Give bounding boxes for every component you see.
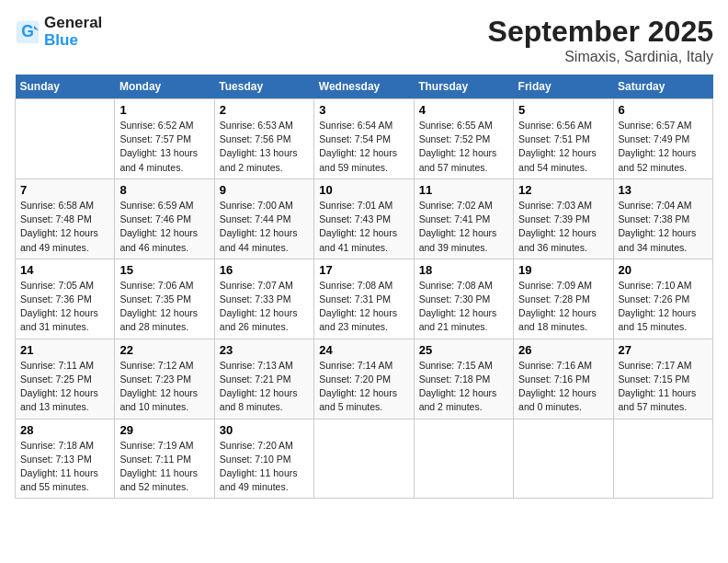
- day-number: 23: [220, 343, 309, 357]
- calendar-week-row: 21Sunrise: 7:11 AMSunset: 7:25 PMDayligh…: [16, 339, 713, 419]
- calendar-cell: [414, 419, 513, 499]
- day-info: Sunrise: 6:57 AMSunset: 7:49 PMDaylight:…: [619, 119, 708, 175]
- day-number: 1: [119, 103, 209, 117]
- day-number: 30: [220, 423, 309, 437]
- calendar-cell: [314, 419, 414, 499]
- day-info: Sunrise: 7:03 AMSunset: 7:39 PMDaylight:…: [518, 199, 608, 255]
- day-number: 14: [20, 263, 109, 277]
- calendar-week-row: 28Sunrise: 7:18 AMSunset: 7:13 PMDayligh…: [16, 419, 713, 499]
- day-number: 10: [319, 183, 408, 197]
- calendar-cell: 30Sunrise: 7:20 AMSunset: 7:10 PMDayligh…: [214, 419, 313, 499]
- day-info: Sunrise: 7:08 AMSunset: 7:30 PMDaylight:…: [419, 279, 508, 335]
- location: Simaxis, Sardinia, Italy: [488, 49, 713, 65]
- day-info: Sunrise: 7:10 AMSunset: 7:26 PMDaylight:…: [619, 279, 708, 335]
- calendar-cell: 16Sunrise: 7:07 AMSunset: 7:33 PMDayligh…: [214, 259, 313, 339]
- day-info: Sunrise: 7:17 AMSunset: 7:15 PMDaylight:…: [619, 359, 708, 415]
- calendar-cell: 19Sunrise: 7:09 AMSunset: 7:28 PMDayligh…: [514, 259, 613, 339]
- day-number: 28: [20, 423, 109, 437]
- calendar-cell: 29Sunrise: 7:19 AMSunset: 7:11 PMDayligh…: [115, 419, 214, 499]
- day-info: Sunrise: 7:14 AMSunset: 7:20 PMDaylight:…: [319, 359, 408, 415]
- weekday-header: Friday: [514, 75, 613, 99]
- calendar-cell: 8Sunrise: 6:59 AMSunset: 7:46 PMDaylight…: [115, 178, 214, 259]
- day-number: 4: [419, 103, 508, 117]
- svg-text:G: G: [21, 22, 34, 40]
- month-title: September 2025: [488, 15, 713, 49]
- day-number: 2: [220, 103, 309, 117]
- day-info: Sunrise: 7:09 AMSunset: 7:28 PMDaylight:…: [518, 279, 608, 335]
- calendar-week-row: 14Sunrise: 7:05 AMSunset: 7:36 PMDayligh…: [16, 259, 713, 339]
- day-info: Sunrise: 7:20 AMSunset: 7:10 PMDaylight:…: [220, 439, 309, 495]
- weekday-header: Wednesday: [314, 75, 414, 99]
- day-info: Sunrise: 7:05 AMSunset: 7:36 PMDaylight:…: [20, 279, 109, 335]
- day-number: 17: [319, 263, 408, 277]
- weekday-header: Saturday: [613, 75, 712, 99]
- title-block: September 2025 Simaxis, Sardinia, Italy: [488, 15, 713, 65]
- day-number: 27: [619, 343, 708, 357]
- page-header: G General Blue September 2025 Simaxis, S…: [15, 15, 713, 65]
- day-number: 24: [319, 343, 408, 357]
- calendar-cell: [613, 419, 712, 499]
- day-info: Sunrise: 6:53 AMSunset: 7:56 PMDaylight:…: [220, 119, 309, 175]
- calendar-table: SundayMondayTuesdayWednesdayThursdayFrid…: [15, 75, 713, 499]
- day-info: Sunrise: 6:59 AMSunset: 7:46 PMDaylight:…: [119, 199, 209, 255]
- calendar-cell: 3Sunrise: 6:54 AMSunset: 7:54 PMDaylight…: [314, 99, 414, 179]
- calendar-cell: 9Sunrise: 7:00 AMSunset: 7:44 PMDaylight…: [214, 178, 313, 259]
- day-number: 7: [20, 183, 109, 197]
- day-info: Sunrise: 7:19 AMSunset: 7:11 PMDaylight:…: [119, 439, 209, 495]
- day-number: 5: [518, 103, 608, 117]
- day-number: 19: [518, 263, 608, 277]
- calendar-cell: 20Sunrise: 7:10 AMSunset: 7:26 PMDayligh…: [613, 259, 712, 339]
- logo: G General Blue: [15, 15, 102, 49]
- weekday-header: Thursday: [414, 75, 513, 99]
- day-info: Sunrise: 6:54 AMSunset: 7:54 PMDaylight:…: [319, 119, 408, 175]
- day-info: Sunrise: 7:13 AMSunset: 7:21 PMDaylight:…: [220, 359, 309, 415]
- day-number: 11: [419, 183, 508, 197]
- calendar-cell: 10Sunrise: 7:01 AMSunset: 7:43 PMDayligh…: [314, 178, 414, 259]
- day-info: Sunrise: 7:06 AMSunset: 7:35 PMDaylight:…: [119, 279, 209, 335]
- day-info: Sunrise: 7:04 AMSunset: 7:38 PMDaylight:…: [619, 199, 708, 255]
- calendar-cell: 25Sunrise: 7:15 AMSunset: 7:18 PMDayligh…: [414, 339, 513, 419]
- day-info: Sunrise: 7:02 AMSunset: 7:41 PMDaylight:…: [419, 199, 508, 255]
- day-info: Sunrise: 7:08 AMSunset: 7:31 PMDaylight:…: [319, 279, 408, 335]
- day-info: Sunrise: 7:18 AMSunset: 7:13 PMDaylight:…: [20, 439, 109, 495]
- calendar-cell: 18Sunrise: 7:08 AMSunset: 7:30 PMDayligh…: [414, 259, 513, 339]
- day-number: 26: [518, 343, 608, 357]
- day-info: Sunrise: 7:11 AMSunset: 7:25 PMDaylight:…: [20, 359, 109, 415]
- day-number: 13: [619, 183, 708, 197]
- logo-icon: G: [15, 19, 40, 45]
- day-info: Sunrise: 7:12 AMSunset: 7:23 PMDaylight:…: [119, 359, 209, 415]
- calendar-cell: 5Sunrise: 6:56 AMSunset: 7:51 PMDaylight…: [514, 99, 613, 179]
- calendar-cell: 11Sunrise: 7:02 AMSunset: 7:41 PMDayligh…: [414, 178, 513, 259]
- day-number: 16: [220, 263, 309, 277]
- calendar-cell: 7Sunrise: 6:58 AMSunset: 7:48 PMDaylight…: [16, 178, 115, 259]
- calendar-cell: 15Sunrise: 7:06 AMSunset: 7:35 PMDayligh…: [115, 259, 214, 339]
- day-number: 6: [619, 103, 708, 117]
- day-number: 12: [518, 183, 608, 197]
- calendar-cell: 1Sunrise: 6:52 AMSunset: 7:57 PMDaylight…: [115, 99, 214, 179]
- day-number: 9: [220, 183, 309, 197]
- day-info: Sunrise: 6:55 AMSunset: 7:52 PMDaylight:…: [419, 119, 508, 175]
- weekday-header: Monday: [115, 75, 214, 99]
- calendar-cell: 23Sunrise: 7:13 AMSunset: 7:21 PMDayligh…: [214, 339, 313, 419]
- day-info: Sunrise: 7:07 AMSunset: 7:33 PMDaylight:…: [220, 279, 309, 335]
- calendar-cell: 24Sunrise: 7:14 AMSunset: 7:20 PMDayligh…: [314, 339, 414, 419]
- calendar-cell: 17Sunrise: 7:08 AMSunset: 7:31 PMDayligh…: [314, 259, 414, 339]
- calendar-cell: [16, 99, 115, 179]
- calendar-header-row: SundayMondayTuesdayWednesdayThursdayFrid…: [16, 75, 713, 99]
- day-number: 22: [119, 343, 209, 357]
- day-number: 25: [419, 343, 508, 357]
- calendar-cell: 2Sunrise: 6:53 AMSunset: 7:56 PMDaylight…: [214, 99, 313, 179]
- day-info: Sunrise: 7:15 AMSunset: 7:18 PMDaylight:…: [419, 359, 508, 415]
- calendar-week-row: 1Sunrise: 6:52 AMSunset: 7:57 PMDaylight…: [16, 99, 713, 179]
- calendar-cell: 26Sunrise: 7:16 AMSunset: 7:16 PMDayligh…: [514, 339, 613, 419]
- day-info: Sunrise: 6:58 AMSunset: 7:48 PMDaylight:…: [20, 199, 109, 255]
- calendar-cell: [514, 419, 613, 499]
- day-info: Sunrise: 6:52 AMSunset: 7:57 PMDaylight:…: [119, 119, 209, 175]
- day-number: 21: [20, 343, 109, 357]
- calendar-cell: 27Sunrise: 7:17 AMSunset: 7:15 PMDayligh…: [613, 339, 712, 419]
- day-number: 18: [419, 263, 508, 277]
- calendar-cell: 6Sunrise: 6:57 AMSunset: 7:49 PMDaylight…: [613, 99, 712, 179]
- day-info: Sunrise: 7:16 AMSunset: 7:16 PMDaylight:…: [518, 359, 608, 415]
- day-info: Sunrise: 7:00 AMSunset: 7:44 PMDaylight:…: [220, 199, 309, 255]
- weekday-header: Sunday: [16, 75, 115, 99]
